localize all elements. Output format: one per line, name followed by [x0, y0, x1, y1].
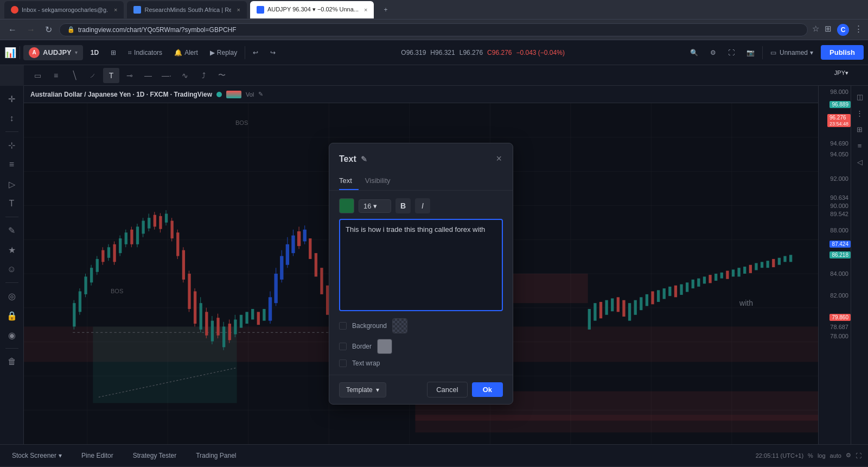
settings-btn[interactable]: ⚙	[706, 47, 720, 59]
drawing-tool[interactable]: ⊹	[3, 136, 21, 154]
eye-tool[interactable]: ◉	[3, 326, 21, 344]
fullscreen-btn[interactable]: ⛶	[724, 47, 739, 59]
url-text: tradingview.com/chart/YQo5RWma/?symbol=G…	[78, 26, 237, 34]
chart-canvas[interactable]: BOS BOS with Text ✎ ×	[24, 103, 818, 444]
bookmark-icon[interactable]: ☆	[812, 24, 819, 36]
publish-button[interactable]: Publish	[821, 45, 864, 60]
indicators-btn[interactable]: ⌗ Indicators	[124, 47, 167, 59]
chart-name-chevron: ▾	[810, 49, 813, 56]
replay-btn[interactable]: ▶ Replay	[206, 47, 241, 59]
new-tab-btn[interactable]: +	[377, 1, 394, 18]
draw-measure-btn[interactable]: ⊸	[122, 68, 138, 83]
draw-arrow-btn[interactable]: ⟋	[85, 68, 101, 83]
tv-logo-area: 📊	[4, 47, 16, 59]
search-icon: 🔍	[690, 49, 698, 56]
address-bar[interactable]: 🔒 tradingview.com/chart/YQo5RWma/?symbol…	[59, 23, 808, 36]
ok-button[interactable]: Ok	[472, 382, 503, 397]
pattern-tool[interactable]: ▷	[3, 175, 21, 193]
chart-name-btn[interactable]: ▭ Unnamed ▾	[766, 47, 818, 59]
search-btn[interactable]: 🔍	[686, 47, 703, 59]
price-84: 84.000	[830, 270, 848, 277]
reload-btn[interactable]: ↻	[42, 23, 55, 36]
font-size-selector[interactable]: 16 ▾	[359, 199, 391, 213]
pine-editor-tab[interactable]: Pine Editor	[76, 450, 119, 462]
text-tool[interactable]: T	[3, 195, 21, 212]
move-icon: ↕	[10, 113, 14, 123]
emoji-tool[interactable]: ☺	[3, 261, 21, 278]
settings-bottom-icon[interactable]: ⚙	[846, 452, 851, 459]
text-color-swatch[interactable]	[339, 198, 354, 213]
tab-research-close[interactable]: ×	[237, 7, 240, 13]
extensions-icon[interactable]: ⊞	[825, 24, 832, 36]
tab-gmail[interactable]: Inbox - sekgamorogocharles@g... ×	[4, 1, 124, 18]
price-7868: 78.687	[830, 324, 848, 330]
strategy-tester-tab[interactable]: Strategy Tester	[127, 450, 182, 462]
magnet-tool[interactable]: ★	[3, 241, 21, 258]
tab-text[interactable]: Text	[339, 172, 359, 190]
draw-rect-btn[interactable]: ▭	[29, 68, 46, 83]
draw-hline-btn[interactable]: —	[140, 68, 156, 83]
rp-btn3[interactable]: ⊞	[853, 123, 866, 136]
measure-tool[interactable]: ◎	[3, 287, 21, 305]
text-content-input[interactable]: This is how i trade this thing called fo…	[339, 219, 503, 311]
browser-menu-icon[interactable]: ⋮	[854, 24, 863, 36]
background-color-swatch[interactable]	[392, 318, 407, 333]
border-checkbox[interactable]	[339, 343, 347, 350]
draw-text-btn[interactable]: T	[103, 68, 119, 83]
price-98: 98.000	[830, 89, 848, 95]
ruler-tool[interactable]: ✎	[3, 222, 21, 239]
dialog-tabs: Text Visibility	[329, 172, 513, 191]
undo-btn[interactable]: ↩	[248, 47, 263, 59]
draw-dline-btn[interactable]: —·	[158, 68, 175, 83]
auto-label[interactable]: auto	[830, 452, 841, 459]
crosshair-tool[interactable]: ✛	[3, 90, 21, 108]
text-wrap-checkbox[interactable]	[339, 359, 347, 367]
rp-btn2[interactable]: ⋮	[853, 106, 866, 119]
draw-lines-btn[interactable]: ≡	[48, 68, 64, 83]
background-checkbox[interactable]	[339, 322, 347, 330]
tool-sep3	[5, 282, 18, 283]
draw-wave-btn[interactable]: 〜	[214, 68, 230, 83]
tab-gmail-close[interactable]: ×	[114, 7, 117, 13]
draw-curve-btn[interactable]: ∿	[177, 68, 193, 83]
bold-button[interactable]: B	[395, 198, 411, 213]
draw-line-btn[interactable]: ╱	[66, 68, 82, 83]
symbol-selector[interactable]: A AUDJPY ▾	[23, 45, 83, 60]
template-button[interactable]: Template ▾	[339, 382, 386, 397]
bar-style-btn[interactable]: ⊞	[106, 47, 120, 59]
chart-name-label: Unnamed	[780, 49, 808, 56]
tab-visibility[interactable]: Visibility	[365, 172, 397, 190]
cancel-button[interactable]: Cancel	[427, 382, 467, 397]
price-9688: 96.889	[829, 101, 851, 108]
back-btn[interactable]: ←	[5, 24, 20, 36]
expand-bottom-icon[interactable]: ⛶	[856, 452, 861, 459]
draw-arc-btn[interactable]: ⤴	[195, 68, 212, 83]
redo-btn[interactable]: ↪	[266, 47, 280, 59]
vol-edit-icon[interactable]: ✎	[258, 91, 263, 98]
forward-btn[interactable]: →	[24, 24, 38, 36]
zoom-tool[interactable]: 🔒	[3, 307, 21, 324]
move-tool[interactable]: ↕	[3, 110, 21, 127]
dialog-close-btn[interactable]: ×	[495, 152, 503, 166]
percent-label[interactable]: %	[808, 452, 813, 459]
rp-btn4[interactable]: ≡	[853, 139, 866, 152]
tab-trading[interactable]: AUDJPY 96.304 ▾ −0.02% Unna... ×	[250, 1, 374, 18]
tab-research[interactable]: ResearchMinds South Africa | Re... ×	[127, 1, 246, 18]
alert-btn[interactable]: 🔔 Alert	[170, 47, 202, 59]
profile-icon[interactable]: C	[837, 24, 849, 36]
stock-screener-tab[interactable]: Stock Screener ▾	[7, 450, 67, 462]
timeframe-selector[interactable]: 1D	[86, 47, 103, 59]
log-label[interactable]: log	[818, 452, 826, 459]
trading-panel-tab[interactable]: Trading Panel	[190, 450, 241, 462]
dialog-edit-icon[interactable]: ✎	[361, 155, 367, 163]
price-8742: 87.424	[829, 241, 851, 248]
trash-tool[interactable]: 🗑	[3, 353, 21, 370]
rp-btn5[interactable]: ◁	[853, 155, 866, 168]
tab-trading-close[interactable]: ×	[364, 7, 367, 13]
brush-tool[interactable]: ≡	[3, 156, 21, 173]
italic-button[interactable]: I	[415, 198, 430, 213]
border-color-swatch[interactable]	[377, 339, 392, 354]
rp-btn1[interactable]: ◫	[853, 90, 866, 103]
snapshot-btn[interactable]: 📷	[742, 47, 759, 59]
border-label: Border	[352, 343, 372, 350]
